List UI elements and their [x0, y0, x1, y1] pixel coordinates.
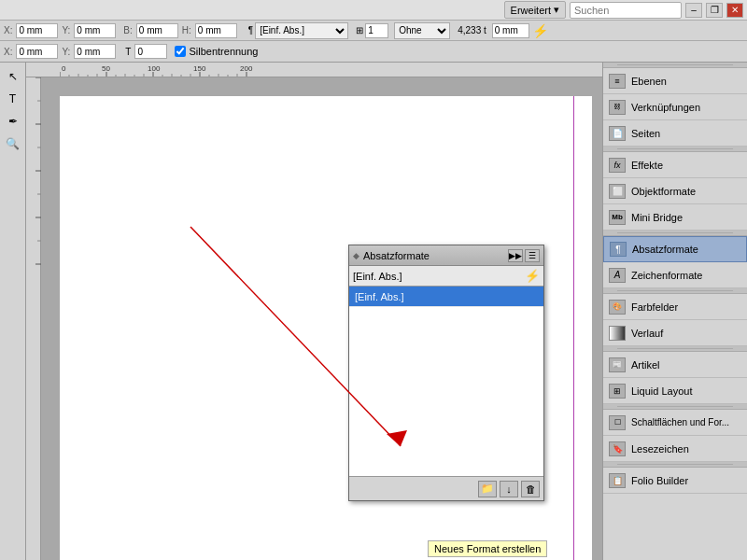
bookmarks-icon: 🔖 [609, 441, 626, 456]
buttons-icon: ☐ [609, 415, 626, 430]
window-minimize-button[interactable]: – [685, 3, 702, 18]
object-styles-icon: ⬜ [609, 184, 626, 199]
text-icon: T [125, 47, 131, 57]
links-icon: ⛓ [609, 100, 626, 115]
pen-tool[interactable]: ✒ [3, 111, 23, 132]
panel-footer: 📁 ↓ 🗑 [349, 476, 543, 500]
sidebar-item-label: Folio Builder [631, 475, 688, 486]
sidebar-item-lesezeichen[interactable]: 🔖 Lesezeichen [603, 436, 747, 462]
x-coord-input[interactable] [16, 23, 58, 38]
silbentrennung-checkbox[interactable] [175, 46, 186, 57]
text-size-input[interactable] [134, 44, 167, 59]
panel-delete-button[interactable]: 🗑 [521, 481, 540, 497]
articles-icon: 📰 [609, 357, 626, 372]
sidebar-item-zeichenformate[interactable]: A Zeichenformate [603, 262, 747, 288]
panel-forward-button[interactable]: ▶▶ [508, 249, 523, 262]
columns-icon: ⊞ [356, 25, 363, 35]
panel-list: [Einf. Abs.] [349, 287, 543, 476]
sidebar-item-label: Artikel [631, 359, 660, 371]
height-input[interactable] [195, 23, 237, 38]
layout-select[interactable]: Ohne [394, 22, 450, 39]
sidebar-item-effekte[interactable]: fx Effekte [603, 152, 747, 178]
gradient-icon [609, 326, 626, 341]
svg-text:0: 0 [62, 64, 66, 73]
swatches-icon: 🎨 [609, 300, 626, 315]
window-close-button[interactable]: ✕ [726, 3, 743, 18]
sidebar-item-verlauf[interactable]: Verlauf [603, 320, 747, 346]
sidebar-item-label: Seiten [631, 128, 660, 139]
panel-new-group-button[interactable]: 📁 [478, 481, 497, 497]
y2-input[interactable] [74, 44, 116, 59]
sidebar-item-liquid-layout[interactable]: ⊞ Liquid Layout [603, 378, 747, 404]
sidebar-item-label: Verknüpfungen [631, 102, 700, 113]
columns-input[interactable] [365, 23, 388, 38]
absatzformate-panel: ◆ Absatzformate ▶▶ ☰ [Einf. Abs.] ⚡ [Ein… [348, 245, 544, 501]
panel-title: Absatzformate [363, 250, 430, 261]
ruler-horizontal: 0 50 100 150 200 [26, 63, 602, 77]
sidebar-item-label: Zeichenformate [631, 270, 702, 281]
paragraph-styles-icon: ¶ [610, 242, 627, 257]
list-item[interactable]: [Einf. Abs.] [349, 287, 543, 307]
sidebar-item-objektformate[interactable]: ⬜ Objektformate [603, 178, 747, 204]
search-input[interactable] [570, 2, 682, 19]
height-icon: H: [182, 25, 191, 35]
sidebar-item-verknuepfungen[interactable]: ⛓ Verknüpfungen [603, 94, 747, 120]
sidebar-item-label: Objektformate [631, 186, 696, 197]
tooltip-new-format: Neues Format erstellen [428, 540, 547, 557]
x2-icon: X: [4, 47, 12, 57]
right-panel: ≡ Ebenen ⛓ Verknüpfungen 📄 Seiten fx Eff… [602, 63, 747, 560]
zoom-tool[interactable]: 🔍 [3, 133, 23, 154]
char-styles-icon: A [609, 268, 626, 283]
sidebar-item-absatzformate[interactable]: ¶ Absatzformate [603, 236, 747, 262]
mini-bridge-icon: Mb [609, 210, 626, 225]
sidebar-item-farbfelder[interactable]: 🎨 Farbfelder [603, 294, 747, 320]
sidebar-item-label: Farbfelder [631, 301, 678, 313]
svg-text:50: 50 [102, 64, 110, 73]
sidebar-item-label: Verlauf [631, 328, 663, 339]
ruler-vertical [26, 77, 41, 560]
paragraph-style-icon: ¶ [248, 25, 253, 35]
y2-icon: Y: [62, 47, 70, 57]
width-icon: B: [123, 25, 132, 35]
text-tool[interactable]: T [3, 89, 23, 109]
sidebar-item-label: Mini Bridge [631, 212, 683, 223]
panel-load-button[interactable]: ↓ [500, 481, 518, 497]
sidebar-item-ebenen[interactable]: ≡ Ebenen [603, 68, 747, 94]
sidebar-item-label: Liquid Layout [631, 385, 692, 397]
panel-format-text: [Einf. Abs.] [353, 271, 402, 282]
pages-icon: 📄 [609, 126, 626, 141]
erweitert-menu[interactable]: Erweitert ▾ [504, 1, 566, 19]
sidebar-item-label: Effekte [631, 160, 663, 171]
sidebar-item-label: Absatzformate [632, 244, 698, 255]
num-display: 4,233 t [458, 25, 486, 35]
page-margin-line [573, 96, 574, 560]
sidebar-item-seiten[interactable]: 📄 Seiten [603, 120, 747, 147]
sidebar-item-label: Lesezeichen [631, 443, 689, 455]
panel-menu-button[interactable]: ☰ [525, 249, 540, 262]
y-coord-input[interactable] [74, 23, 116, 38]
selection-tool[interactable]: ↖ [3, 66, 23, 87]
width-input[interactable] [136, 23, 178, 38]
y-coord-icon: Y: [62, 25, 70, 35]
liquid-layout-icon: ⊞ [609, 384, 626, 399]
window-restore-button[interactable]: ❐ [706, 3, 723, 18]
num-input[interactable] [492, 23, 529, 38]
layers-icon: ≡ [609, 74, 626, 89]
panel-format-field[interactable]: [Einf. Abs.] ⚡ [349, 266, 543, 287]
sidebar-item-label: Schaltflächen und For... [631, 417, 729, 427]
x2-input[interactable] [16, 44, 58, 59]
svg-text:200: 200 [240, 64, 253, 73]
sidebar-item-artikel[interactable]: 📰 Artikel [603, 352, 747, 378]
effects-icon: fx [609, 158, 626, 173]
sidebar-item-folio-builder[interactable]: 📋 Folio Builder [603, 468, 747, 494]
tools-panel: ↖ T ✒ 🔍 [0, 63, 26, 560]
sidebar-item-schaltflaechen[interactable]: ☐ Schaltflächen und For... [603, 410, 747, 436]
panel-titlebar[interactable]: ◆ Absatzformate ▶▶ ☰ [349, 245, 543, 266]
x-coord-icon: X: [4, 25, 12, 35]
silbentrennung-label: Silbentrennung [189, 46, 258, 57]
lightning-icon[interactable]: ⚡ [533, 23, 548, 38]
paragraph-style-select[interactable]: [Einf. Abs.] [255, 22, 348, 39]
svg-text:100: 100 [148, 64, 161, 73]
panel-lightning-icon[interactable]: ⚡ [525, 269, 540, 283]
sidebar-item-minibridge[interactable]: Mb Mini Bridge [603, 204, 747, 231]
